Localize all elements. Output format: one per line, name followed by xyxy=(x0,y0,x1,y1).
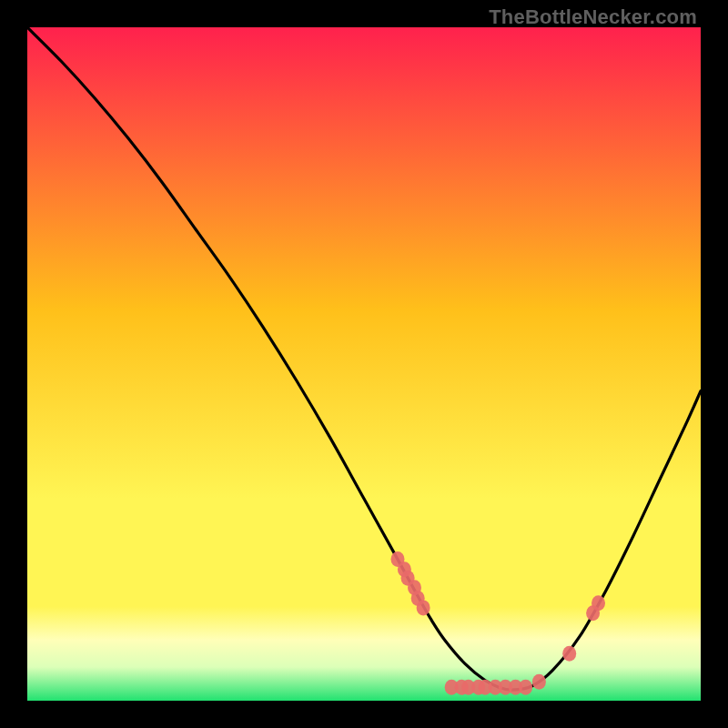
data-marker xyxy=(417,600,430,615)
data-marker xyxy=(562,646,576,662)
data-marker xyxy=(519,680,532,695)
chart-canvas xyxy=(27,27,701,701)
data-marker xyxy=(532,674,546,690)
chart-frame xyxy=(27,27,701,701)
watermark-text: TheBottleNecker.com xyxy=(489,5,697,29)
data-marker xyxy=(592,595,605,611)
